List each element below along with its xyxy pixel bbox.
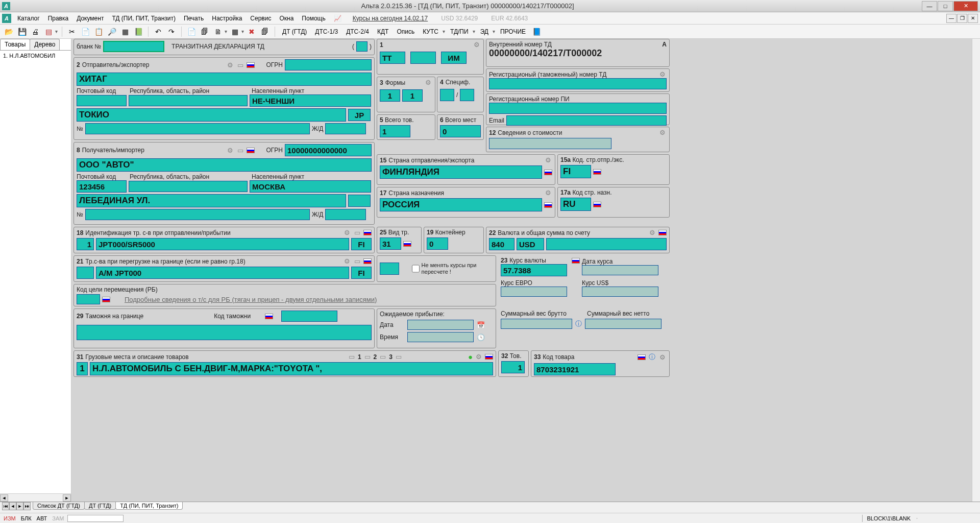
flag-icon[interactable] <box>265 314 273 319</box>
in-b22-sum[interactable] <box>546 238 667 250</box>
flag-icon[interactable] <box>544 202 552 208</box>
flag-icon[interactable] <box>247 62 255 68</box>
in-b8-street[interactable] <box>77 194 346 207</box>
redo-icon[interactable]: ↷ <box>166 26 177 37</box>
maximize-button[interactable]: □ <box>938 1 953 11</box>
rates-icon[interactable]: 📈 <box>330 13 346 23</box>
in-b8-city[interactable] <box>250 180 371 193</box>
in-b2-city[interactable] <box>250 94 371 107</box>
gear-icon[interactable]: ⚙ <box>649 229 655 236</box>
in-b29-name[interactable] <box>77 325 372 340</box>
in-b23[interactable] <box>501 264 567 276</box>
in-b15[interactable] <box>380 165 542 179</box>
note-icon[interactable]: ▭ <box>237 147 243 154</box>
in-b2-postal[interactable] <box>77 95 127 106</box>
tb-dts24[interactable]: ДТС-2/4 <box>343 27 372 36</box>
tb-other[interactable]: ПРОЧИЕ <box>497 27 529 36</box>
note-icon[interactable]: ▭ <box>396 353 402 361</box>
child-close-button[interactable]: ✕ <box>968 14 978 23</box>
menu-print[interactable]: Печать <box>180 13 208 23</box>
in-b8-ogrn[interactable] <box>285 144 372 156</box>
in-b31-v[interactable] <box>90 362 493 375</box>
tb-kdt[interactable]: КДТ <box>374 27 391 36</box>
flag-icon[interactable] <box>638 354 646 360</box>
dropdown-icon[interactable]: ▾ <box>55 29 58 34</box>
flag-icon[interactable] <box>485 354 493 360</box>
in-b4-2[interactable] <box>460 89 474 101</box>
in-b18-v[interactable] <box>96 238 349 250</box>
info-icon[interactable]: ⓘ <box>575 319 582 328</box>
side-item-1[interactable]: 1. Н.Л.АВТОМОБИЛ <box>1 52 70 60</box>
in-b31-n[interactable] <box>77 362 88 375</box>
copy-icon[interactable]: 📄 <box>80 26 91 37</box>
in-b8-zhd[interactable] <box>325 209 366 220</box>
gear-icon[interactable]: ⚙ <box>545 156 551 164</box>
in-reg-td[interactable] <box>489 78 667 89</box>
note-icon[interactable]: ▭ <box>364 353 371 361</box>
tab-next[interactable]: ► <box>16 502 23 510</box>
in-b22-cur[interactable] <box>517 238 544 250</box>
child-minimize-button[interactable]: — <box>946 14 957 23</box>
flag-icon[interactable] <box>102 297 110 302</box>
btab-td[interactable]: ТД (ПИ, ПИТ, Транзит) <box>115 502 183 510</box>
gear-icon[interactable]: ⚙ <box>425 79 431 86</box>
close-button[interactable]: ✕ <box>953 1 978 11</box>
tb-kuts[interactable]: КУТС <box>420 27 442 36</box>
flag-icon[interactable] <box>363 230 372 235</box>
flag-icon[interactable] <box>572 258 580 264</box>
note-icon[interactable]: ▭ <box>349 353 355 361</box>
gear-icon[interactable]: ⚙ <box>545 189 551 197</box>
menu-edit[interactable]: Правка <box>44 13 73 23</box>
in-b2-cc[interactable] <box>348 109 371 121</box>
tb-dts13[interactable]: ДТС-1/3 <box>312 27 341 36</box>
note-icon[interactable]: ▭ <box>237 61 243 69</box>
flag-icon[interactable] <box>363 258 372 264</box>
in-b22-code[interactable] <box>489 238 514 250</box>
note-icon[interactable]: ▭ <box>354 257 360 265</box>
minimize-button[interactable]: — <box>922 1 937 11</box>
btab-list[interactable]: Список ДТ (ГТД) <box>33 502 85 510</box>
flag-icon[interactable] <box>544 170 552 175</box>
tab-last[interactable]: ⏭ <box>23 502 31 510</box>
in-b5[interactable] <box>380 125 410 137</box>
flag-icon[interactable] <box>247 148 255 153</box>
doc-icon[interactable]: ▤ <box>43 26 54 37</box>
gear-icon[interactable]: ⚙ <box>659 353 666 361</box>
menu-settings[interactable]: Настройка <box>208 13 246 23</box>
vertical-scrollbar[interactable] <box>972 39 980 502</box>
info-icon[interactable]: ⓘ <box>649 352 655 362</box>
in-b2-street[interactable] <box>85 123 310 134</box>
gear-icon[interactable]: ⚙ <box>659 70 666 78</box>
in-b29-code[interactable] <box>281 311 337 322</box>
find-icon[interactable]: 🔎 <box>106 26 117 37</box>
link-rb-details[interactable]: Подробные сведения о т/с для РБ (тягач и… <box>125 296 377 303</box>
in-b2-city2[interactable] <box>77 108 346 122</box>
tb-dt-gtd[interactable]: ДТ (ГТД) <box>279 27 310 36</box>
in-rate-eur[interactable] <box>501 287 567 297</box>
in-b2-name[interactable] <box>77 73 372 86</box>
cut-icon[interactable]: ✂ <box>66 26 78 37</box>
in-email[interactable] <box>506 115 667 126</box>
grid-icon[interactable]: ▦ <box>119 26 131 37</box>
in-b8-no[interactable] <box>85 209 310 220</box>
in-b2-region[interactable] <box>129 95 248 106</box>
in-b1-im[interactable] <box>441 52 467 64</box>
in-rb-code[interactable] <box>77 294 100 304</box>
undo-icon[interactable]: ↶ <box>153 26 164 37</box>
in-arr-time[interactable] <box>407 332 474 342</box>
multi-doc-icon[interactable]: 🗎 <box>212 26 224 37</box>
in-b1-tt[interactable] <box>380 52 405 64</box>
btab-dt[interactable]: ДТ (ГТД) <box>84 502 116 510</box>
gear-icon[interactable]: ⚙ <box>344 229 350 236</box>
menu-td[interactable]: ТД (ПИ, ПИТ, Транзит) <box>108 13 180 23</box>
flag-icon[interactable] <box>403 241 411 247</box>
gear-icon[interactable]: ⚙ <box>474 41 480 49</box>
in-rate-usd[interactable] <box>582 287 658 297</box>
side-hscroll[interactable]: ◄► <box>0 493 71 502</box>
side-tab-goods[interactable]: Товары <box>0 39 30 50</box>
sheet-icon[interactable]: 📘 <box>531 26 542 37</box>
in-b21-v[interactable] <box>96 267 349 279</box>
side-tab-tree[interactable]: Дерево <box>30 39 60 50</box>
table-icon[interactable]: ▦ <box>229 26 240 37</box>
delete-icon[interactable]: ✖ <box>246 26 257 37</box>
